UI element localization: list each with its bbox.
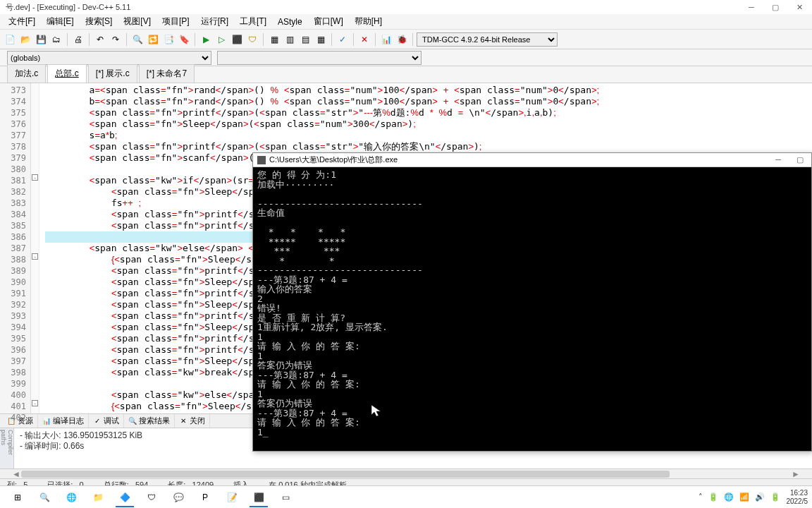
check-button[interactable]: ✓ (336, 32, 350, 47)
menu-item[interactable]: 视图[V] (118, 13, 156, 30)
taskbar-wechat[interactable]: 💬 (165, 488, 192, 507)
toolbar-separator (331, 33, 332, 46)
console-minimize-button[interactable]: ─ (772, 155, 785, 164)
bottom-tab[interactable]: 📊编译日志 (38, 414, 89, 428)
file-tab[interactable]: 总部.c (47, 64, 86, 83)
member-select[interactable] (217, 51, 422, 65)
find-button[interactable]: 🔍 (130, 32, 144, 47)
grid1-button[interactable]: ▦ (267, 32, 281, 47)
scroll-right-arrow[interactable]: ► (791, 469, 801, 479)
tray-icon[interactable]: 🔋 (708, 492, 718, 502)
grid2-button[interactable]: ▥ (283, 32, 297, 47)
grid4-button[interactable]: ▦ (314, 32, 328, 47)
window-controls: ─ ▢ ✕ (744, 3, 806, 12)
tray-volume-icon[interactable]: 🔊 (755, 492, 765, 502)
rebuild-button[interactable]: 🛡 (245, 32, 259, 47)
taskbar-taskview[interactable]: ▭ (272, 488, 299, 507)
scope-select[interactable]: (globals) (7, 51, 211, 65)
undo-button[interactable]: ↶ (93, 32, 107, 47)
bottom-tab[interactable]: 🔍搜索结果 (124, 414, 175, 428)
toolbar-separator (89, 33, 90, 46)
console-title-text: C:\Users\大葱\Desktop\作业\总部.exe (269, 155, 398, 165)
toolbar-separator (375, 33, 376, 46)
tray-clock[interactable]: 16:23 2022/5 (786, 489, 808, 506)
menu-item[interactable]: 工具[T] (234, 13, 272, 30)
debug-button[interactable]: 🐞 (395, 32, 409, 47)
tray-battery-icon[interactable]: 🔋 (770, 492, 780, 502)
menu-item[interactable]: 帮助[H] (349, 13, 388, 30)
toolbar-separator (412, 33, 413, 46)
output-side: Compiler paths (0, 428, 14, 468)
file-tab[interactable]: [*] 未命名7 (139, 64, 195, 83)
file-tab[interactable]: [*] 展示.c (88, 64, 137, 83)
open-file-button[interactable]: 📂 (18, 32, 32, 47)
window-title: 号.dev] - [Executing] - Dev-C++ 5.11 (6, 2, 130, 13)
menu-item[interactable]: 运行[R] (195, 13, 234, 30)
file-tab[interactable]: 加法.c (7, 64, 46, 83)
taskbar: ⊞ 🔍 🌐 📁 🔷 🛡 💬 P 📝 ⬛ ▭ ˄ 🔋 🌐 📶 🔊 🔋 16:23 … (0, 485, 812, 508)
taskbar-app[interactable]: 🛡 (138, 488, 165, 507)
maximize-button[interactable]: ▢ (768, 3, 782, 12)
minimize-button[interactable]: ─ (744, 3, 758, 12)
tray-chevron-icon[interactable]: ˄ (699, 492, 703, 502)
bottom-tab[interactable]: ✕关闭 (175, 414, 210, 428)
taskbar-start[interactable]: ⊞ (4, 488, 31, 507)
replace-button[interactable]: 🔁 (146, 32, 160, 47)
menu-item[interactable]: 文件[F] (3, 13, 41, 30)
file-tabbar: 加法.c总部.c[*] 展示.c[*] 未命名7 (0, 66, 812, 83)
toolbar-separator (353, 33, 354, 46)
menu-item[interactable]: 编辑[E] (41, 13, 80, 30)
goto-button[interactable]: 📑 (161, 32, 176, 47)
console-maximize-button[interactable]: ▢ (793, 155, 807, 164)
taskbar-explorer[interactable]: 📁 (85, 488, 111, 507)
scroll-thumb[interactable] (21, 471, 670, 478)
taskbar-console[interactable]: ⬛ (245, 488, 272, 507)
window-titlebar: 号.dev] - [Executing] - Dev-C++ 5.11 ─ ▢ … (0, 0, 812, 14)
console-window-controls: ─ ▢ (772, 155, 807, 164)
toolbar-separator (195, 33, 195, 46)
console-output[interactable]: 您 的 得 分 为:1 加载中········· ---------------… (253, 167, 811, 440)
menu-item[interactable]: 窗口[W] (308, 13, 349, 30)
grid3-button[interactable]: ▤ (298, 32, 312, 47)
save-all-button[interactable]: 🗂 (49, 32, 63, 47)
print-button[interactable]: 🖨 (71, 32, 85, 47)
console-titlebar: C:\Users\大葱\Desktop\作业\总部.exe ─ ▢ (253, 153, 811, 167)
run-button[interactable]: ▷ (214, 32, 228, 47)
compile-run-button[interactable]: ⬛ (230, 32, 244, 47)
taskbar-notes[interactable]: 📝 (219, 488, 245, 507)
tray-wifi-icon[interactable]: 📶 (739, 492, 749, 502)
bottom-tab[interactable]: ✓调试 (89, 414, 124, 428)
horizontal-scrollbar[interactable]: ◄ ► (0, 468, 812, 478)
main-toolbar: 📄 📂 💾 🗂 🖨 ↶ ↷ 🔍 🔁 📑 🔖 ▶ ▷ ⬛ 🛡 ▦ ▥ ▤ ▦ ✓ … (0, 30, 812, 49)
save-button[interactable]: 💾 (34, 32, 48, 47)
fold-toggle[interactable]: - (32, 400, 38, 406)
taskbar-pp[interactable]: P (192, 488, 219, 507)
taskbar-edge[interactable]: 🌐 (58, 488, 85, 507)
compiler-paths-label: Compiler paths (0, 428, 14, 468)
console-window: C:\Users\大葱\Desktop\作业\总部.exe ─ ▢ 您 的 得 … (252, 152, 812, 452)
menubar: 文件[F]编辑[E]搜索[S]视图[V]项目[P]运行[R]工具[T]AStyl… (0, 14, 812, 30)
stop-button[interactable]: ✕ (357, 32, 371, 47)
system-tray: ˄ 🔋 🌐 📶 🔊 🔋 16:23 2022/5 (699, 489, 808, 506)
taskbar-devcpp[interactable]: 🔷 (111, 488, 138, 507)
profile-button[interactable]: 📊 (379, 32, 393, 47)
fold-toggle[interactable]: - (32, 253, 38, 260)
new-file-button[interactable]: 📄 (3, 32, 17, 47)
compile-button[interactable]: ▶ (199, 32, 213, 47)
line-gutter: 3733743753763773783793803813823833843853… (0, 83, 31, 413)
compiler-select[interactable]: TDM-GCC 4.9.2 64-bit Release (417, 32, 558, 47)
scroll-left-arrow[interactable]: ◄ (11, 469, 21, 479)
toolbar-separator (263, 33, 264, 46)
menu-item[interactable]: 项目[P] (156, 13, 195, 30)
fold-gutter: - - - (31, 83, 39, 413)
toolbar-separator (126, 33, 127, 46)
menu-item[interactable]: 搜索[S] (80, 13, 118, 30)
fold-toggle[interactable]: - (32, 174, 38, 181)
redo-button[interactable]: ↷ (109, 32, 123, 47)
bookmark-button[interactable]: 🔖 (177, 32, 191, 47)
menu-item[interactable]: AStyle (272, 15, 308, 29)
tray-icon[interactable]: 🌐 (724, 492, 734, 502)
console-icon (257, 156, 266, 164)
taskbar-search[interactable]: 🔍 (31, 488, 58, 507)
close-button[interactable]: ✕ (792, 3, 806, 12)
